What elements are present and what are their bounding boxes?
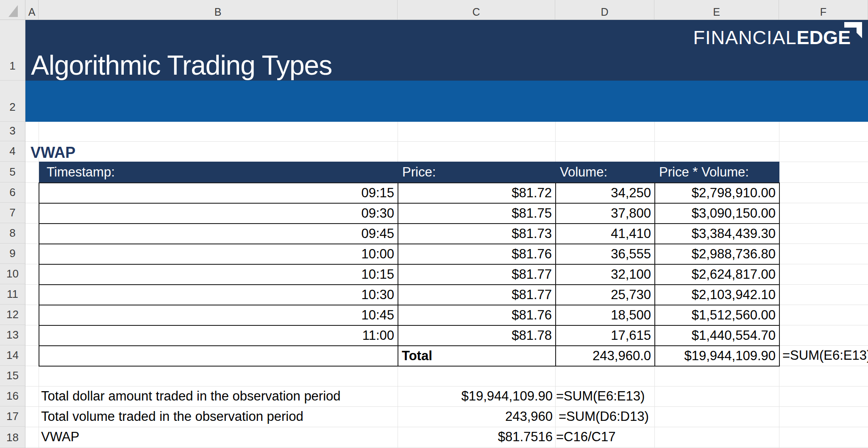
section-label-vwap[interactable]: VWAP [31,141,75,162]
row-header-13[interactable]: 13 [0,325,25,345]
column-header-F[interactable]: F [779,0,868,20]
column-header-B[interactable]: B [39,0,398,20]
row-header-16[interactable]: 16 [0,386,25,406]
cell-timestamp[interactable]: 09:15 [39,183,398,203]
table-total-row: Total 243,960.0 $19,944,109.90 [39,346,779,366]
cell-price-volume[interactable]: $2,624,817.00 [655,264,779,285]
row-header-15[interactable]: 15 [0,366,25,386]
column-header-C[interactable]: C [398,0,555,20]
column-header-A[interactable]: A [25,0,39,20]
row-header-11[interactable]: 11 [0,284,25,305]
cell-timestamp[interactable]: 09:45 [39,224,398,244]
cell-volume[interactable]: 41,410 [556,224,655,244]
cell-price[interactable]: $81.76 [398,244,556,264]
cell-price[interactable]: $81.73 [398,224,556,244]
select-all-triangle-icon [0,0,25,20]
row-header-14[interactable]: 14 [0,345,25,366]
row-header-10[interactable]: 10 [0,264,25,284]
summary-value[interactable]: 243,960 [398,406,559,427]
cell-volume[interactable]: 37,800 [556,203,655,224]
row-header-1[interactable]: 1 [0,20,25,81]
logo-text-thin: FINANCIAL [693,27,796,49]
financial-edge-logo: FINANCIALEDGE [693,27,862,49]
row-header-4[interactable]: 4 [0,141,25,162]
total-label-cell[interactable]: Total [398,346,556,366]
cell-volume[interactable]: 18,500 [556,305,655,325]
cell-price[interactable]: $81.77 [398,264,556,285]
header-cell-price-volume[interactable]: Price * Volume: [655,162,779,183]
header-cell-price[interactable]: Price: [398,162,556,183]
header-cell-volume[interactable]: Volume: [556,162,655,183]
logo-text-bold: EDGE [796,27,851,49]
summary-label[interactable]: Total volume traded in the observation p… [41,406,303,427]
summary-label[interactable]: VWAP [41,427,79,447]
summary-value[interactable]: $81.7516 [398,427,553,447]
row-header-18[interactable]: 18 [0,427,25,448]
sheet-canvas: Algorithmic Trading Types FINANCIALEDGE … [25,20,868,448]
banner-accent-band [25,81,868,122]
cell-volume[interactable]: 32,100 [556,264,655,285]
vwap-table: Timestamp: Price: Volume: Price * Volume… [39,162,780,367]
table-row: 10:00 $81.76 36,555 $2,988,736.80 [39,244,779,264]
cell-volume[interactable]: 25,730 [556,285,655,305]
summary-value[interactable]: $19,944,109.90 [398,386,553,406]
page-title[interactable]: Algorithmic Trading Types [31,51,332,80]
row-header-3[interactable]: 3 [0,122,25,141]
column-header-E[interactable]: E [654,0,779,20]
cell-volume[interactable]: 17,615 [556,325,655,346]
table-row: 10:15 $81.77 32,100 $2,624,817.00 [39,264,779,285]
summary-label[interactable]: Total dollar amount traded in the observ… [41,386,341,406]
cell-volume[interactable]: 34,250 [556,183,655,203]
row-header-9[interactable]: 9 [0,244,25,264]
summary-formula[interactable]: =SUM(D6:D13) [559,406,649,427]
row-header-12[interactable]: 12 [0,305,25,325]
cell-price-volume[interactable]: $1,440,554.70 [655,325,779,346]
logo-corner-arrow-icon [844,22,862,39]
cell-price-volume[interactable]: $2,798,910.00 [655,183,779,203]
row-header-17[interactable]: 17 [0,406,25,427]
cell-price-volume[interactable]: $2,103,942.10 [655,285,779,305]
table-row: 10:30 $81.77 25,730 $2,103,942.10 [39,285,779,305]
cell-price-volume[interactable]: $2,988,736.80 [655,244,779,264]
cell-timestamp[interactable]: 09:30 [39,203,398,224]
summary-formula[interactable]: =SUM(E6:E13) [556,386,645,406]
cell-timestamp[interactable]: 10:45 [39,305,398,325]
column-header-D[interactable]: D [555,0,654,20]
cell-empty[interactable] [39,346,398,366]
table-row: 10:45 $81.76 18,500 $1,512,560.00 [39,305,779,325]
row-header-6[interactable]: 6 [0,182,25,203]
table-row: 09:15 $81.72 34,250 $2,798,910.00 [39,183,779,203]
summary-formula[interactable]: =C16/C17 [556,427,615,447]
row-header-7[interactable]: 7 [0,203,25,223]
total-volume-cell[interactable]: 243,960.0 [556,346,655,366]
cell-timestamp[interactable]: 10:30 [39,285,398,305]
cell-timestamp[interactable]: 10:00 [39,244,398,264]
table-row: 11:00 $81.78 17,615 $1,440,554.70 [39,325,779,346]
total-price-volume-cell[interactable]: $19,944,109.90 [655,346,779,366]
cell-timestamp[interactable]: 10:15 [39,264,398,285]
cell-price[interactable]: $81.77 [398,285,556,305]
cell-price-volume[interactable]: $3,090,150.00 [655,203,779,224]
header-cell-timestamp[interactable]: Timestamp: [39,162,398,183]
title-banner: Algorithmic Trading Types FINANCIALEDGE [25,20,868,81]
cell-price[interactable]: $81.72 [398,183,556,203]
total-formula-cell[interactable]: =SUM(E6:E13) [782,345,868,366]
cell-timestamp[interactable]: 11:00 [39,325,398,346]
select-all-cell[interactable] [0,0,25,20]
row-header-5[interactable]: 5 [0,162,25,182]
table-row: 09:30 $81.75 37,800 $3,090,150.00 [39,203,779,224]
table-header-row: Timestamp: Price: Volume: Price * Volume… [39,162,779,183]
cell-price-volume[interactable]: $3,384,439.30 [655,224,779,244]
cell-price-volume[interactable]: $1,512,560.00 [655,305,779,325]
row-header-2[interactable]: 2 [0,81,25,122]
cell-price[interactable]: $81.76 [398,305,556,325]
cell-price[interactable]: $81.78 [398,325,556,346]
cell-price[interactable]: $81.75 [398,203,556,224]
cell-volume[interactable]: 36,555 [556,244,655,264]
column-header-strip: A B C D E F [25,0,868,20]
row-header-8[interactable]: 8 [0,223,25,244]
spreadsheet: A B C D E F 1 2 3 4 5 6 7 8 9 10 11 12 1… [0,0,868,448]
table-row: 09:45 $81.73 41,410 $3,384,439.30 [39,224,779,244]
row-header-strip: 1 2 3 4 5 6 7 8 9 10 11 12 13 14 15 16 1… [0,20,25,448]
